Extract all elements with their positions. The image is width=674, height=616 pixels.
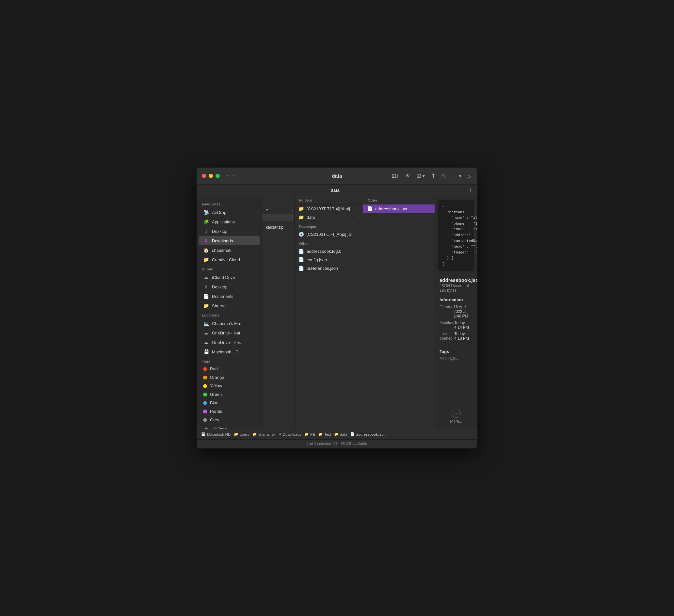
sidebar-item-charismak[interactable]: 🏠 charismak xyxy=(199,245,260,255)
sidebar-item-documents[interactable]: 📄 Documents xyxy=(199,292,260,301)
finder-window: ‹ › data ⊞↕ 👁 ⊞ ▾ ⬆ ◇ ⋯ ▾ ⌕ data + Favou… xyxy=(197,168,477,448)
sidebar-item-macintosh-hd[interactable]: 💾 Macintosh HD xyxy=(199,347,260,356)
tag-icon[interactable]: ◇ xyxy=(440,171,447,181)
icloud-section-title: iCloud xyxy=(197,265,261,273)
close-button[interactable] xyxy=(202,174,206,178)
last-opened-row: Last opened Today, 4:13 PM xyxy=(440,331,473,341)
documents-icon: 📄 xyxy=(203,293,209,299)
path-separator: › xyxy=(302,432,303,436)
more-icon: ⋯ xyxy=(452,409,461,418)
search-icon[interactable]: ⌕ xyxy=(466,172,472,181)
path-separator: › xyxy=(276,432,277,436)
status-text: 1 of 1 selected, 234.55 GB available xyxy=(307,441,367,445)
sidebar-item-shared[interactable]: 📁 Shared xyxy=(199,301,260,310)
json-preview: { "persons" : [ { "name" : "alice", "pho… xyxy=(438,200,474,271)
minimize-button[interactable] xyxy=(209,174,213,178)
sidebar-item-applications[interactable]: 🧩 Applications xyxy=(199,217,260,226)
path-label: Users xyxy=(240,432,249,436)
forward-button[interactable]: › xyxy=(232,172,236,180)
sidebar-item-tag-purple[interactable]: Purple xyxy=(199,407,260,415)
list-item[interactable]: › xyxy=(262,214,294,221)
sidebar-item-all-tags[interactable]: ◉ All Tags... xyxy=(199,424,260,429)
sidebar-item-label: OneDrive - Per... xyxy=(212,340,244,345)
sidebar-item-onedrive-nat[interactable]: ☁ OneDrive - Nat... xyxy=(199,328,260,337)
path-item-macintosh-hd[interactable]: 💾 Macintosh HD xyxy=(201,432,231,436)
eye-icon[interactable]: 👁 xyxy=(404,172,412,181)
file-name: config.json xyxy=(307,258,359,262)
sidebar-item-airdrop[interactable]: 📡 AirDrop xyxy=(199,208,260,217)
list-item[interactable]: 📁 data › xyxy=(295,213,363,221)
other-section-title: Other xyxy=(295,238,363,247)
last-opened-value: Today, 4:13 PM xyxy=(454,331,473,341)
sidebar-item-tag-green[interactable]: Green xyxy=(199,390,260,399)
sidebar-item-label: Desktop xyxy=(212,229,228,234)
tag-dot-blue xyxy=(203,401,207,405)
path-item-pe[interactable]: 📁 PE xyxy=(304,432,315,436)
shared-icon: 📁 xyxy=(203,303,209,309)
path-item-addressbook-json[interactable]: 📄 addressbook.json xyxy=(350,432,386,436)
location-bar: data + xyxy=(197,185,477,196)
path-label: Test xyxy=(324,432,331,436)
created-row: Created 16 April 2022 at 2:46 PM xyxy=(440,305,473,318)
grid-view-icon[interactable]: ⊞ ▾ xyxy=(415,171,427,181)
sidebar-item-tag-blue[interactable]: Blue xyxy=(199,399,260,407)
file-name: addressbook.json xyxy=(375,206,431,211)
share-icon[interactable]: ⬆ xyxy=(430,171,437,181)
file-info-section: addressbook.json JSON Document - 195 byt… xyxy=(435,274,477,346)
folder-icon: 📁 xyxy=(299,206,304,211)
toolbar-icons: ⊞↕ 👁 ⊞ ▾ ⬆ ◇ ⋯ ▾ ⌕ xyxy=(390,171,472,181)
sidebar-item-tag-orange[interactable]: Orange xyxy=(199,373,260,382)
fullscreen-button[interactable] xyxy=(216,174,220,178)
sidebar-item-onedrive-per[interactable]: ☁ OneDrive - Per... xyxy=(199,338,260,347)
add-button[interactable]: + xyxy=(468,187,472,194)
icloud-desktop-icon: 🖥 xyxy=(203,284,209,290)
path-item-users[interactable]: 📁 Users xyxy=(234,432,249,436)
file-name: data xyxy=(307,215,355,220)
sidebar-item-icloud-drive[interactable]: ☁ iCloud Drive xyxy=(199,273,260,282)
more-button[interactable]: ⋯ More... xyxy=(450,409,462,424)
tag-dot-red xyxy=(203,367,207,371)
file-browser: e › › kausar.zip Folders 📁 [CS2103T-T17-… xyxy=(262,196,477,429)
macintosh-hd-icon: 💾 xyxy=(201,432,206,436)
locations-section-title: Locations xyxy=(197,311,261,318)
path-item-downloads[interactable]: ⬇ Downloads xyxy=(278,432,302,436)
addressbook-json-icon: 📄 xyxy=(350,432,355,436)
file-icon: 📄 xyxy=(299,266,304,271)
sidebar-item-icloud-desktop[interactable]: 🖥 Desktop xyxy=(199,282,260,291)
sidebar-item-downloads[interactable]: ⬇ Downloads xyxy=(199,236,260,245)
back-button[interactable]: ‹ xyxy=(225,172,230,180)
list-item[interactable]: 📄 addressbook.log.0 xyxy=(295,247,363,255)
sidebar-item-tag-grey[interactable]: Grey xyxy=(199,416,260,424)
jar-icon: 💿 xyxy=(299,231,304,237)
list-item[interactable]: 💿 [CS2103T-...-4][Abpi].jar xyxy=(295,230,363,238)
kausar-zip-item[interactable]: kausar.zip xyxy=(266,224,290,231)
breadcrumb: 💾 Macintosh HD › 📁 Users › 📁 charismak ›… xyxy=(201,432,386,436)
sidebar-item-tag-yellow[interactable]: Yellow xyxy=(199,382,260,390)
path-item-test[interactable]: 📁 Test xyxy=(318,432,331,436)
sidebar-item-label: Green xyxy=(210,392,222,397)
tag-dot-green xyxy=(203,393,207,397)
sidebar-item-charismama[interactable]: 💻 Charisma's Ma... xyxy=(199,319,260,328)
list-item[interactable]: 📄 preferences.json xyxy=(295,264,363,273)
sidebar-item-label: Yellow xyxy=(210,384,222,388)
list-item[interactable]: 📁 [CS2103T-T17-4][Abpi] › xyxy=(295,204,363,213)
tags-input[interactable]: Add Tags... xyxy=(440,356,473,361)
column-view-icon[interactable]: ⊞↕ xyxy=(390,171,400,181)
sidebar-item-tag-red[interactable]: Red xyxy=(199,365,260,373)
sidebar-item-desktop[interactable]: 🖥 Desktop xyxy=(199,227,260,236)
list-item[interactable]: e › xyxy=(262,206,294,214)
info-section-title: Information xyxy=(440,297,473,302)
sidebar-item-creative-cloud[interactable]: 📁 Creative Cloud... xyxy=(199,255,260,264)
folders-column-header: Folders xyxy=(295,196,363,204)
modified-value: Today, 4:14 PM xyxy=(454,320,473,329)
path-item-data[interactable]: 📁 data xyxy=(334,432,347,436)
airdrop-icon: 📡 xyxy=(203,209,209,215)
path-separator: › xyxy=(250,432,251,436)
list-item[interactable]: 📄 config.json xyxy=(295,255,363,264)
list-item[interactable]: 📄 addressbook.json xyxy=(363,204,435,213)
more-actions-icon[interactable]: ⋯ ▾ xyxy=(450,171,463,181)
desktop-icon: 🖥 xyxy=(203,228,209,234)
path-item-charismak[interactable]: 📁 charismak xyxy=(252,432,275,436)
tags-section: Tags Add Tags... xyxy=(435,346,477,364)
status-bar: 1 of 1 selected, 234.55 GB available xyxy=(197,439,477,448)
